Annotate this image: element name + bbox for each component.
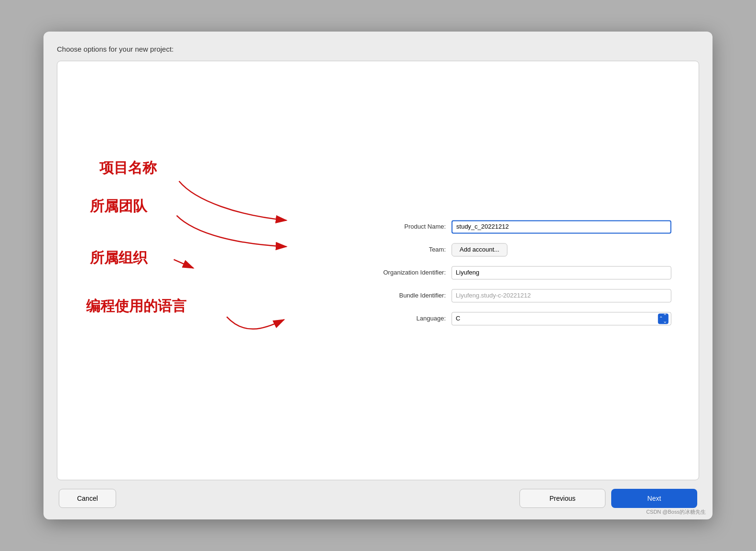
bundle-identifier-label: Bundle Identifier:	[346, 292, 446, 299]
nav-buttons: Previous Next	[519, 489, 697, 508]
content-area: 项目名称 所属团队 所属组织 编程使用的语言 Product Name:	[57, 61, 699, 480]
org-identifier-input[interactable]	[452, 266, 671, 279]
form-section: Product Name: Team: Add account... Organ…	[346, 220, 671, 325]
watermark: CSDN @Boss的冰糖先生	[646, 508, 706, 516]
language-select[interactable]: C C++ Objective-C Swift	[452, 312, 671, 325]
team-label: Team:	[346, 246, 446, 253]
svg-text:所属团队: 所属团队	[89, 198, 148, 214]
cancel-button[interactable]: Cancel	[59, 489, 116, 508]
language-select-wrapper: C C++ Objective-C Swift ⌃⌄	[452, 312, 671, 325]
org-identifier-label: Organization Identifier:	[346, 269, 446, 276]
svg-text:所属组织: 所属组织	[89, 250, 148, 265]
team-row: Team: Add account...	[346, 243, 671, 256]
product-name-label: Product Name:	[346, 223, 446, 230]
svg-text:编程使用的语言: 编程使用的语言	[86, 298, 187, 314]
language-label: Language:	[346, 315, 446, 322]
bottom-bar: Cancel Previous Next	[57, 489, 699, 508]
dialog: Choose options for your new project: 项目名…	[43, 32, 713, 519]
product-name-input[interactable]	[452, 220, 671, 233]
product-name-row: Product Name:	[346, 220, 671, 233]
dialog-header: Choose options for your new project:	[57, 45, 699, 53]
svg-text:项目名称: 项目名称	[99, 160, 157, 176]
language-row: Language: C C++ Objective-C Swift ⌃⌄	[346, 312, 671, 325]
next-button[interactable]: Next	[611, 489, 697, 508]
org-identifier-row: Organization Identifier:	[346, 266, 671, 279]
add-account-button[interactable]: Add account...	[452, 243, 508, 256]
bundle-identifier-row: Bundle Identifier:	[346, 289, 671, 302]
bundle-identifier-input	[452, 289, 671, 302]
previous-button[interactable]: Previous	[519, 489, 605, 508]
